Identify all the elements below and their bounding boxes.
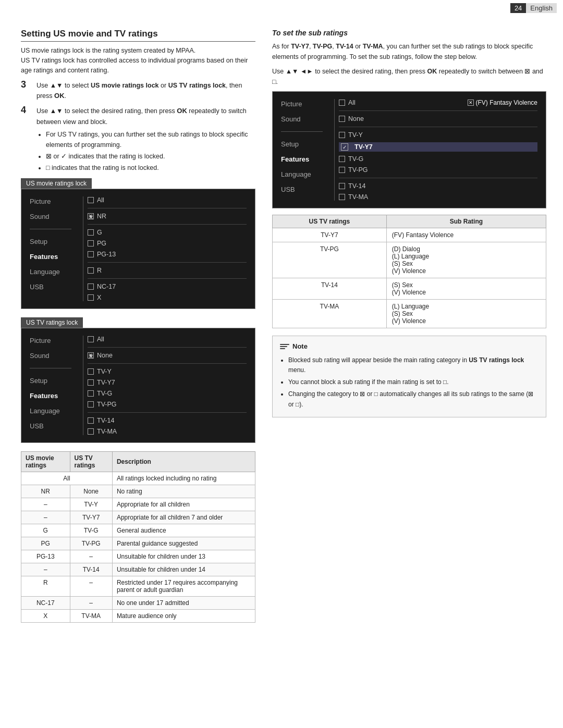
note-header: Note	[280, 341, 538, 352]
sub-checkbox-tvy7: ✓	[341, 143, 348, 151]
option-all: All	[88, 196, 247, 204]
cell-desc: Appropriate for all children 7 and older	[112, 511, 255, 524]
tv-checkbox-tvpg	[88, 401, 94, 408]
sub-checkbox-tvma	[339, 194, 345, 200]
label-g: G	[97, 229, 102, 236]
us-movie-menu: Picture Sound Setup Features Language US…	[30, 196, 77, 301]
option-nr: ✕ NR	[88, 213, 247, 220]
tv-label-none: None	[97, 352, 113, 359]
sub-menu-usb: USB	[281, 184, 323, 194]
cell-tv: –	[70, 576, 112, 596]
sub-checkbox-tvg	[339, 156, 345, 162]
tv-label-tvpg: TV-PG	[97, 401, 117, 408]
tv-checkbox-tvy7	[88, 379, 94, 386]
cell-movie: PG-13	[21, 550, 70, 563]
cell-movie: PG	[21, 537, 70, 550]
main-content: Setting US movie and TV ratings US movie…	[0, 16, 563, 635]
intro-line-1: US movie ratings lock is the rating syst…	[21, 47, 195, 54]
cell-desc: General audience	[112, 524, 255, 537]
sub-option-tv14: TV-14	[339, 182, 537, 190]
sub-option-all-row: All ✕ (FV) Fantasy Violence	[339, 99, 537, 106]
table-row: X TV-MA Mature audience only	[21, 609, 255, 622]
note-list: Blocked sub rating will appear beside th…	[288, 355, 538, 410]
sub-label-none: None	[348, 115, 364, 122]
checkbox-pg13	[88, 251, 94, 257]
fv-text: (FV) Fantasy Violence	[476, 99, 538, 106]
sub-ratings-ui-box: Picture Sound Setup Features Language US…	[272, 91, 546, 208]
tv-sub-ratings-table: US TV ratings Sub Rating TV-Y7 (FV) Fant…	[272, 215, 546, 328]
tv-option-none: ✕ None	[88, 352, 247, 359]
cell-movie: –	[21, 511, 70, 524]
bullet-2: ⊠ or ✓ indicates that the rating is lock…	[46, 151, 255, 162]
tv-checkbox-tvg	[88, 390, 94, 397]
ref-tv14: TV-14	[336, 43, 353, 50]
sub-option-tvg: TV-G	[339, 155, 537, 163]
tv-cell-sub: (S) Sex(V) Violence	[386, 278, 546, 300]
tv-cell-rating: TV-14	[273, 278, 387, 300]
cell-movie: G	[21, 524, 70, 537]
menu-picture: Picture	[30, 196, 71, 206]
cell-desc: No rating	[112, 485, 255, 498]
combined-ratings-table: US movie ratings US TV ratings Descripti…	[21, 451, 255, 623]
cell-movie: NC-17	[21, 596, 70, 609]
intro-line-2: US TV ratings lock has controlled access…	[21, 57, 248, 74]
step-3-text: Use ▲▼ to select US movie ratings lock o…	[36, 80, 255, 102]
cell-desc: Unsuitable for children under 14	[112, 563, 255, 576]
sub-label-tv14: TV-14	[348, 182, 365, 190]
sub-label-tvg: TV-G	[348, 155, 363, 163]
label-all: All	[97, 196, 104, 204]
label-r: R	[97, 267, 102, 274]
note-icon	[280, 344, 289, 349]
bullet-3: □ indicates that the rating is not locke…	[46, 163, 255, 173]
col-movie: US movie ratings	[21, 451, 70, 472]
option-pg: PG	[88, 240, 247, 247]
cell-desc: Unsuitable for children under 13	[112, 550, 255, 563]
cell-desc: Appropriate for all children	[112, 498, 255, 511]
us-tv-menu: Picture Sound Setup Features Language US…	[30, 336, 77, 435]
cell-movie: X	[21, 609, 70, 622]
option-x: X	[88, 294, 247, 301]
col-tv: US TV ratings	[70, 451, 112, 472]
step-3-number: 3	[21, 79, 32, 90]
tv-option-tvy: TV-Y	[88, 368, 247, 375]
col-desc: Description	[112, 451, 255, 472]
cell-movie: All	[21, 472, 113, 485]
sub-option-none: None	[339, 115, 537, 122]
ref-tvma: TV-MA	[363, 43, 383, 50]
sub-checkbox-tv14	[339, 183, 345, 189]
page-bar: 24 English	[0, 0, 563, 16]
cell-tv: –	[70, 596, 112, 609]
label-nc17: NC-17	[97, 283, 116, 290]
menu-features: Features	[30, 252, 71, 262]
tv-cell-sub: (L) Language(S) Sex(V) Violence	[386, 300, 546, 328]
table-row: TV-PG (D) Dialog(L) Language(S) Sex(V) V…	[273, 242, 546, 278]
sub-label-tvy: TV-Y	[348, 131, 363, 139]
table-row: – TV-Y Appropriate for all children	[21, 498, 255, 511]
sub-menu-language: Language	[281, 169, 323, 179]
cell-movie: NR	[21, 485, 70, 498]
cell-tv: TV-14	[70, 563, 112, 576]
sub-option-tvy: TV-Y	[339, 131, 537, 139]
cell-tv: TV-G	[70, 524, 112, 537]
note-item-1: Blocked sub rating will appear beside th…	[288, 355, 538, 375]
tv-checkbox-tvy	[88, 368, 94, 375]
tv-cell-sub: (FV) Fantasy Violence	[386, 228, 546, 242]
cell-movie: –	[21, 498, 70, 511]
tv-menu-sound: Sound	[30, 351, 71, 361]
tv-cell-rating: TV-Y7	[273, 228, 387, 242]
ref-tvy7: TV-Y7	[291, 43, 309, 50]
sub-menu-picture: Picture	[281, 99, 323, 109]
option-nc17: NC-17	[88, 283, 247, 290]
tv-option-tvma: TV-MA	[88, 428, 247, 435]
step-4-text: Use ▲▼ to select the desired rating, the…	[36, 106, 255, 174]
cell-desc: Parental guidance suggested	[112, 537, 255, 550]
option-pg13: PG-13	[88, 251, 247, 258]
tv-cell-sub: (D) Dialog(L) Language(S) Sex(V) Violenc…	[386, 242, 546, 278]
us-movie-ui-box: Picture Sound Setup Features Language US…	[21, 189, 255, 309]
option-us-tv: US TV ratings lock	[168, 82, 226, 89]
table-row: TV-Y7 (FV) Fantasy Violence	[273, 228, 546, 242]
table-row: All All ratings locked including no rati…	[21, 472, 255, 485]
checkbox-nr: ✕	[88, 213, 94, 219]
fv-label: ✕ (FV) Fantasy Violence	[468, 99, 538, 106]
cell-desc: No one under 17 admitted	[112, 596, 255, 609]
